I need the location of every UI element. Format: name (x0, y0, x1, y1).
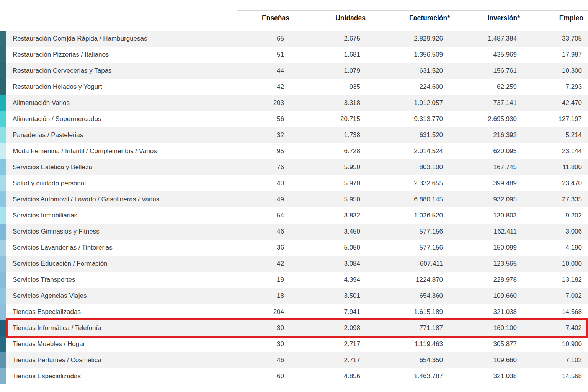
category-label: Restauración Pizzerias / Italianos (6, 51, 237, 59)
cell-empleo: 10.300 (517, 67, 588, 75)
cell-inversion: 321.038 (443, 308, 517, 316)
category-label: Restauración Comida Rápida / Hamburguesa… (6, 35, 237, 42)
cell-unidades: 3.450 (284, 228, 360, 235)
category-color-bar (0, 224, 6, 240)
cell-empleo: 17.987 (517, 51, 588, 59)
cell-unidades: 2.717 (284, 340, 360, 348)
table-row: Restauración Cervecerias y Tapas 44 1.07… (0, 63, 588, 79)
table-row: Restauración Comida Rápida / Hamburguesa… (0, 31, 588, 47)
column-header-inversion: Inversión* (450, 14, 520, 22)
category-label: Servicios Gimnasios y Fitness (6, 228, 237, 235)
cell-unidades: 935 (284, 83, 360, 91)
category-color-bar (0, 31, 6, 47)
cell-ensenas: 42 (237, 83, 284, 91)
category-color-bar (0, 304, 6, 320)
cell-empleo: 127.197 (517, 115, 588, 123)
category-label: Restauración Helados y Yogurt (6, 83, 237, 91)
cell-inversion: 156.761 (443, 67, 517, 75)
cell-facturacion: 631.520 (360, 131, 443, 139)
cell-inversion: 109.660 (443, 292, 517, 300)
cell-empleo: 14.568 (517, 308, 588, 316)
category-label: Servicios Lavanderías / Tintorerias (6, 244, 237, 252)
category-color-bar (0, 191, 6, 207)
cell-empleo: 7.102 (517, 356, 588, 364)
cell-unidades: 3.318 (284, 99, 360, 107)
table-row: Tiendas Especializadas 60 4.856 1.463.78… (0, 368, 588, 384)
text-cursor-ibeam (67, 36, 68, 42)
cell-inversion: 109.660 (443, 356, 517, 364)
category-label: Servicios Transportes (6, 276, 237, 284)
cell-inversion: 399.489 (443, 180, 517, 187)
franchise-category-table: Restauración Comida Rápida / Hamburguesa… (0, 31, 588, 384)
category-label: Servicios Inmobiliarias (6, 212, 237, 219)
cell-inversion: 932.095 (443, 196, 517, 203)
category-label: Servicios Automovil / Lavado / Gasoliner… (6, 196, 237, 203)
category-label: Servicios Educación / Formación (6, 260, 237, 268)
category-color-bar (0, 368, 6, 384)
cell-empleo: 27.335 (517, 196, 588, 203)
cell-inversion: 321.038 (443, 372, 517, 380)
cell-empleo: 10.900 (517, 340, 588, 348)
cell-facturacion: 1.912.057 (360, 99, 443, 107)
table-row: Servicios Gimnasios y Fitness 46 3.450 5… (0, 224, 588, 240)
cell-empleo: 33.705 (517, 35, 588, 42)
cell-unidades: 3.501 (284, 292, 360, 300)
category-label: Salud y cuidado personal (6, 180, 237, 187)
cell-ensenas: 30 (237, 340, 284, 348)
category-label: Servicios Agencias Viajes (6, 292, 237, 300)
cell-inversion: 216.392 (443, 131, 517, 139)
cell-facturacion: 654.350 (360, 356, 443, 364)
table-row-highlighted: Tiendas Informática / Telefonía 30 2.098… (0, 320, 588, 336)
cell-inversion: 123.565 (443, 260, 517, 268)
cell-facturacion: 577.156 (360, 228, 443, 235)
cell-unidades: 1.681 (284, 51, 360, 59)
cell-facturacion: 2.332.655 (360, 180, 443, 187)
category-color-bar (0, 288, 6, 304)
cell-facturacion: 1.463.787 (360, 372, 443, 380)
cell-inversion: 620.095 (443, 147, 517, 155)
cell-ensenas: 40 (237, 180, 284, 187)
cell-empleo: 7.402 (517, 324, 588, 332)
cell-ensenas: 36 (237, 244, 284, 252)
cell-empleo: 13.182 (517, 276, 588, 284)
cell-unidades: 2.675 (284, 35, 360, 42)
cell-empleo: 4.190 (517, 244, 588, 252)
table-row: Servicios Agencias Viajes 18 3.501 654.3… (0, 288, 588, 304)
cell-unidades: 6.728 (284, 147, 360, 155)
cell-unidades: 2.717 (284, 356, 360, 364)
category-color-bar (0, 63, 6, 79)
category-label: Restauración Cervecerias y Tapas (6, 67, 237, 75)
cell-empleo: 42.470 (517, 99, 588, 107)
cell-inversion: 305.877 (443, 340, 517, 348)
table-row: Alimentación / Supermercados 56 20.715 9… (0, 111, 588, 127)
cell-facturacion: 577.156 (360, 244, 443, 252)
category-color-bar (0, 240, 6, 256)
category-label: Tiendas Informática / Telefonía (6, 324, 237, 332)
cell-empleo: 7.293 (517, 83, 588, 91)
table-row: Salud y cuidado personal 40 5.970 2.332.… (0, 175, 588, 191)
cell-facturacion: 1.026.520 (360, 212, 443, 219)
cell-unidades: 4.394 (284, 276, 360, 284)
table-row: Restauración Helados y Yogurt 42 935 224… (0, 79, 588, 95)
category-color-bar (0, 111, 6, 127)
cell-inversion: 130.803 (443, 212, 517, 219)
category-label: Alimentación / Supermercados (6, 115, 237, 123)
cell-facturacion: 2.014.524 (360, 147, 443, 155)
table-row: Tiendas Muebles / Hogar 30 2.717 1.119.4… (0, 336, 588, 352)
cell-ensenas: 18 (237, 292, 284, 300)
cell-empleo: 3.006 (517, 228, 588, 235)
cell-unidades: 5.950 (284, 163, 360, 171)
cell-facturacion: 1224.870 (360, 276, 443, 284)
cell-facturacion: 654.360 (360, 292, 443, 300)
category-color-bar (0, 47, 6, 63)
category-color-bar (0, 336, 6, 352)
cell-ensenas: 203 (237, 99, 284, 107)
cell-ensenas: 42 (237, 260, 284, 268)
cell-facturacion: 771.187 (360, 324, 443, 332)
cell-ensenas: 30 (237, 324, 284, 332)
category-label: Tiendas Especializadas (6, 308, 237, 316)
cell-facturacion: 803.100 (360, 163, 443, 171)
cell-empleo: 23.470 (517, 180, 588, 187)
table-row: Restauración Pizzerias / Italianos 51 1.… (0, 47, 588, 63)
category-color-bar (0, 127, 6, 143)
